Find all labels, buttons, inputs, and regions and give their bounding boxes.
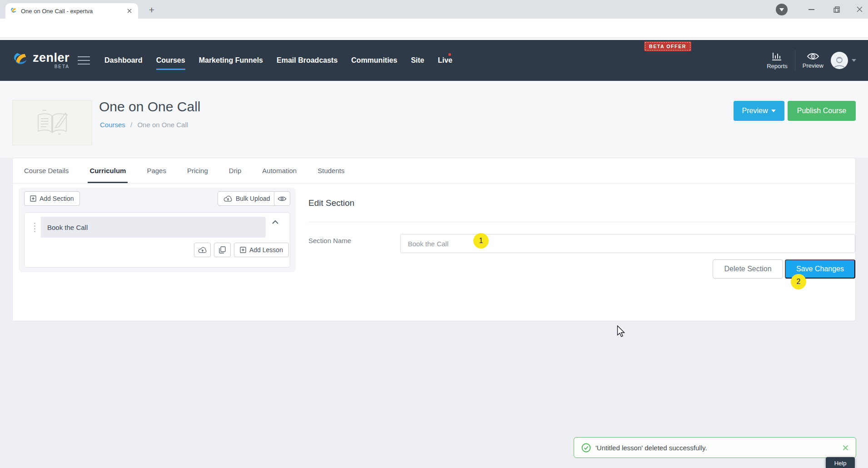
section-upload-button[interactable] (194, 243, 211, 257)
window-restore-button[interactable] (827, 0, 847, 19)
cloud-upload-icon (223, 195, 233, 202)
tab-pricing[interactable]: Pricing (187, 158, 208, 183)
publish-course-button[interactable]: Publish Course (788, 101, 856, 121)
nav-item-live[interactable]: Live (438, 54, 452, 67)
chevron-down-icon (852, 59, 856, 62)
toast-message: 'Untitled lesson' deleted successfully. (595, 444, 707, 452)
breadcrumb-current: One on One Call (137, 121, 188, 129)
nav-item-site[interactable]: Site (411, 54, 424, 67)
tab-automation[interactable]: Automation (262, 158, 297, 183)
drag-handle-icon[interactable] (28, 217, 41, 238)
curriculum-sections-panel: Add Section Bulk Upload Book the Call (19, 188, 296, 272)
live-indicator-dot (448, 53, 451, 56)
cloud-upload-icon (198, 247, 207, 253)
tab-course-details[interactable]: Course Details (24, 158, 69, 183)
copy-icon (219, 246, 226, 254)
plus-square-icon (240, 247, 246, 253)
preview-dropdown-button[interactable]: Preview (734, 101, 784, 121)
breadcrumb-courses-link[interactable]: Courses (100, 121, 125, 129)
help-button[interactable]: Help (826, 457, 855, 468)
navbar-divider (795, 50, 795, 71)
zenler-favicon-icon (10, 7, 17, 15)
section-row[interactable]: Book the Call (28, 217, 266, 238)
tab-pages[interactable]: Pages (147, 158, 166, 183)
hamburger-menu-icon[interactable] (78, 56, 90, 65)
zenler-logo[interactable]: zenler BETA (12, 52, 69, 69)
browser-toolbar: expertva.newzenler.com/admin#courses/499… (0, 19, 868, 38)
avatar (831, 52, 848, 69)
tab-drip[interactable]: Drip (229, 158, 242, 183)
duplicate-section-button[interactable] (214, 243, 231, 257)
nav-item-email-broadcasts[interactable]: Email Broadcasts (277, 54, 337, 67)
eye-icon (807, 52, 819, 60)
tab-close-icon[interactable] (125, 7, 134, 15)
add-lesson-label: Add Lesson (249, 246, 283, 254)
brand-name: zenler (33, 52, 69, 64)
course-tabs: Course Details Curriculum Pages Pricing … (13, 158, 855, 184)
browser-tab-strip: One on One Call - expertva + (0, 0, 868, 19)
section-name-label: Section Name (308, 237, 351, 244)
course-editor-card: Course Details Curriculum Pages Pricing … (12, 158, 856, 321)
add-section-label: Add Section (40, 195, 74, 202)
browser-tab[interactable]: One on One Call - expertva (5, 3, 138, 19)
app-navbar: zenler BETA Dashboard Courses Marketing … (0, 40, 868, 81)
new-tab-button[interactable]: + (145, 4, 158, 17)
brand-beta-label: BETA (55, 64, 69, 69)
course-header: One on One Call Courses / One on One Cal… (0, 81, 868, 158)
breadcrumb-separator: / (130, 121, 132, 129)
toggle-visibility-button[interactable] (274, 191, 290, 206)
tab-students[interactable]: Students (317, 158, 344, 183)
mouse-cursor (617, 325, 626, 338)
chevron-down-icon (771, 110, 776, 112)
delete-section-button[interactable]: Delete Section (713, 259, 783, 279)
edit-section-heading: Edit Section (308, 198, 354, 208)
tab-title: One on One Call - expertva (21, 8, 125, 15)
page-title: One on One Call (99, 99, 200, 115)
collapse-section-icon[interactable] (272, 220, 278, 224)
site-preview-button[interactable]: Preview (803, 52, 823, 69)
toast-close-icon[interactable] (843, 445, 848, 451)
reports-button[interactable]: Reports (767, 52, 788, 70)
main-menu: Dashboard Courses Marketing Funnels Emai… (104, 54, 452, 67)
preview-label: Preview (803, 62, 823, 69)
nav-item-marketing-funnels[interactable]: Marketing Funnels (199, 54, 263, 67)
nav-item-courses[interactable]: Courses (156, 54, 185, 67)
nav-item-dashboard[interactable]: Dashboard (104, 54, 143, 67)
course-thumbnail (12, 100, 92, 145)
reports-label: Reports (767, 63, 788, 70)
bar-chart-icon (772, 52, 783, 61)
tab-curriculum[interactable]: Curriculum (89, 158, 126, 183)
check-circle-icon (581, 443, 591, 453)
success-toast: 'Untitled lesson' deleted successfully. (574, 437, 856, 458)
section-title: Book the Call (47, 224, 88, 231)
plus-square-icon (30, 195, 36, 202)
annotation-badge-2: 2 (791, 274, 806, 289)
breadcrumb: Courses / One on One Call (100, 121, 188, 129)
divider (308, 222, 855, 222)
browser-profile-status-icon[interactable] (775, 0, 789, 19)
eye-icon (278, 196, 287, 202)
zenler-logo-icon (12, 52, 29, 69)
account-menu[interactable] (831, 52, 856, 69)
window-close-button[interactable] (851, 0, 868, 19)
section-card: Book the Call Add Lesson (24, 212, 290, 268)
bulk-upload-button[interactable]: Bulk Upload (218, 191, 276, 206)
window-minimize-button[interactable] (801, 0, 821, 19)
preview-button-label: Preview (742, 107, 768, 115)
bulk-upload-label: Bulk Upload (236, 195, 270, 202)
add-section-button[interactable]: Add Section (24, 191, 80, 206)
nav-item-communities[interactable]: Communities (351, 54, 397, 67)
beta-offer-badge[interactable]: BETA OFFER (644, 41, 691, 51)
add-lesson-button[interactable]: Add Lesson (234, 243, 289, 257)
annotation-badge-1: 1 (473, 233, 489, 249)
section-name-input[interactable] (400, 234, 855, 253)
